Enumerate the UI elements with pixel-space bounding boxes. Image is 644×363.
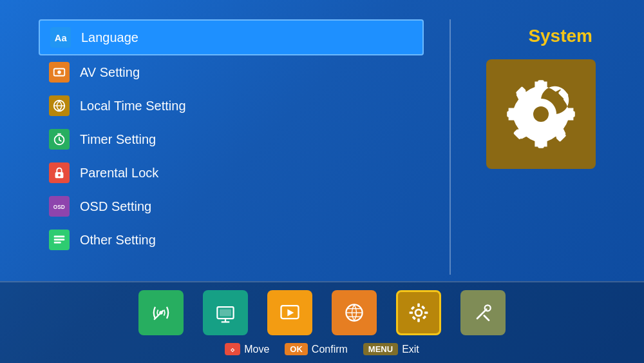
svg-rect-43 xyxy=(421,306,425,309)
svg-point-46 xyxy=(485,305,491,311)
menu-label-av-setting: AV Setting xyxy=(80,65,140,80)
nav-icons-row xyxy=(39,290,605,335)
move-badge: ⬦ xyxy=(225,343,240,355)
right-panel: System xyxy=(477,19,605,275)
system-icon-box xyxy=(486,59,596,169)
svg-rect-28 xyxy=(220,309,231,317)
menu-icon-language: Aa xyxy=(50,27,71,48)
svg-point-2 xyxy=(57,70,61,74)
svg-rect-39 xyxy=(410,311,413,314)
svg-line-47 xyxy=(484,316,489,320)
svg-rect-42 xyxy=(422,315,426,319)
svg-rect-17 xyxy=(507,111,516,117)
svg-rect-41 xyxy=(411,306,415,310)
svg-rect-18 xyxy=(565,111,574,117)
bottom-bar: ⬦ Move OK Confirm MENU Exit xyxy=(0,281,644,363)
help-row: ⬦ Move OK Confirm MENU Exit xyxy=(39,343,605,355)
divider xyxy=(450,19,451,275)
svg-point-8 xyxy=(58,174,61,177)
menu-icon-osd: OSD xyxy=(49,196,70,217)
help-ok: OK Confirm xyxy=(285,343,348,355)
svg-rect-15 xyxy=(538,80,544,89)
gear-icon xyxy=(502,75,580,153)
help-menu: MENU Exit xyxy=(363,343,419,355)
menu-item-local-time[interactable]: Local Time Setting xyxy=(39,89,424,123)
svg-text:OSD: OSD xyxy=(53,204,65,210)
menu-label-language: Language xyxy=(81,30,138,45)
menu-label-timer: Timer Setting xyxy=(80,132,156,147)
menu-label-parental: Parental Lock xyxy=(80,166,158,181)
menu-panel: AaLanguageAV SettingLocal Time SettingTi… xyxy=(39,19,424,275)
menu-item-av-setting[interactable]: AV Setting xyxy=(39,55,424,89)
svg-rect-40 xyxy=(424,311,428,314)
menu-item-parental[interactable]: Parental Lock xyxy=(39,156,424,190)
svg-line-24 xyxy=(154,310,163,319)
menu-item-timer[interactable]: Timer Setting xyxy=(39,123,424,156)
menu-item-osd[interactable]: OSDOSD Setting xyxy=(39,190,424,223)
ok-badge: OK xyxy=(285,343,308,355)
menu-item-language[interactable]: AaLanguage xyxy=(39,19,424,55)
menu-label: Exit xyxy=(402,344,419,355)
menu-label-other: Other Setting xyxy=(80,233,156,248)
move-label: Move xyxy=(244,344,269,355)
svg-text:Aa: Aa xyxy=(55,33,68,43)
menu-label-osd: OSD Setting xyxy=(80,199,151,214)
menu-icon-timer xyxy=(49,129,70,150)
ok-label: Confirm xyxy=(312,344,348,355)
nav-btn-tools[interactable] xyxy=(460,290,506,335)
menu-icon-parental xyxy=(49,162,70,183)
system-title: System xyxy=(528,26,592,46)
svg-rect-44 xyxy=(412,316,416,320)
svg-rect-10 xyxy=(54,236,65,238)
svg-point-36 xyxy=(416,310,421,315)
main-container: AaLanguageAV SettingLocal Time SettingTi… xyxy=(0,0,644,363)
nav-btn-system[interactable] xyxy=(396,290,441,335)
svg-marker-30 xyxy=(287,309,294,317)
content-area: AaLanguageAV SettingLocal Time SettingTi… xyxy=(0,0,644,281)
nav-btn-media[interactable] xyxy=(267,290,312,335)
svg-rect-12 xyxy=(54,242,61,244)
menu-item-other[interactable]: Other Setting xyxy=(39,223,424,257)
menu-badge: MENU xyxy=(363,343,398,355)
svg-point-14 xyxy=(533,106,549,122)
svg-rect-37 xyxy=(417,304,420,307)
nav-btn-internet[interactable] xyxy=(332,290,377,335)
nav-btn-satellite[interactable] xyxy=(138,290,184,335)
menu-label-local-time: Local Time Setting xyxy=(80,99,186,113)
nav-btn-tv[interactable] xyxy=(203,290,248,335)
menu-icon-av-setting xyxy=(49,62,70,83)
help-move: ⬦ Move xyxy=(225,343,269,355)
svg-rect-11 xyxy=(54,239,65,240)
svg-rect-38 xyxy=(417,319,420,322)
svg-rect-16 xyxy=(538,139,544,148)
menu-icon-other xyxy=(49,230,70,250)
menu-icon-local-time xyxy=(49,95,70,116)
